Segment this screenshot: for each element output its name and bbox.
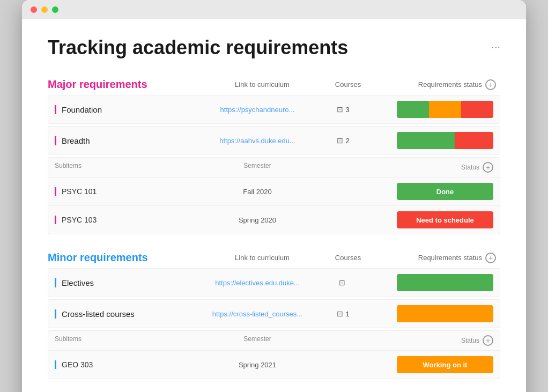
major-subitems: Subitems Semester Status + PSYC 101 Fall…	[48, 157, 500, 234]
foundation-status	[375, 101, 493, 118]
electives-link[interactable]: https://electives.edu.duke...	[215, 279, 300, 287]
subitems-semester-col: Semester	[204, 162, 311, 173]
electives-seg-green	[397, 274, 493, 291]
psyc101-semester: Fall 2020	[204, 188, 311, 196]
major-section-title: Major requirements	[48, 78, 209, 91]
subitems-add-button[interactable]: +	[483, 162, 493, 173]
foundation-status-bar	[397, 101, 493, 118]
major-section-header: Major requirements Link to curriculum Co…	[48, 78, 500, 91]
app-window: Tracking academic requirements ··· Major…	[22, 0, 526, 392]
psyc101-status-cell: Done	[375, 183, 493, 200]
major-row-foundation: Foundation https://psychandneuro... ⊡ 3	[48, 95, 500, 124]
foundation-courses: ⊡ 3	[311, 105, 375, 114]
foundation-link[interactable]: https://psychandneuro...	[220, 106, 295, 114]
close-dot[interactable]	[31, 6, 37, 13]
psyc103-status-btn[interactable]: Need to schedule	[397, 211, 493, 228]
page-content: Tracking academic requirements ··· Major…	[22, 19, 526, 392]
geo303-status-cell: Working on it	[375, 356, 493, 373]
subitem-psyc103: PSYC 103 Spring 2020 Need to schedule	[48, 206, 500, 234]
major-add-button[interactable]: +	[485, 79, 496, 90]
electives-status-bar	[397, 274, 493, 291]
minor-col-status: Requirements status +	[380, 253, 498, 263]
minor-add-button[interactable]: +	[485, 253, 496, 263]
status-seg-red	[461, 101, 493, 118]
cross-link[interactable]: https://cross-listed_courses...	[212, 310, 302, 318]
minor-row-electives: Electives https://electives.edu.duke... …	[48, 268, 500, 297]
psyc103-status-cell: Need to schedule	[375, 211, 493, 228]
foundation-label: Foundation	[55, 105, 204, 114]
minimize-dot[interactable]	[41, 6, 48, 13]
cross-seg-orange	[397, 305, 493, 322]
electives-courses: ⊡	[311, 278, 375, 287]
subitem-geo303: GEO 303 Spring 2021 Working on it	[48, 351, 500, 379]
minor-subitems-semester-col: Semester	[204, 335, 311, 346]
minor-subitems: Subitems Semester Status + GEO 303 Sprin…	[48, 330, 500, 379]
minor-subitems-label-col: Subitems	[55, 335, 204, 346]
major-subitems-header: Subitems Semester Status +	[48, 158, 500, 177]
minor-subitems-header: Subitems Semester Status +	[48, 331, 500, 351]
status-seg-green	[397, 101, 429, 118]
breadth-link[interactable]: https://aahvs.duke.edu...	[219, 137, 295, 145]
electives-courses-icon: ⊡	[339, 278, 345, 287]
subitems-label-col: Subitems	[55, 162, 204, 173]
cross-status-bar	[397, 305, 493, 322]
breadth-courses: ⊡ 2	[311, 136, 375, 145]
breadth-link-cell: https://aahvs.duke.edu...	[204, 136, 311, 145]
geo303-status-btn[interactable]: Working on it	[397, 356, 493, 373]
psyc103-label: PSYC 103	[55, 216, 204, 224]
cross-label: Cross-listed courses	[55, 309, 204, 319]
minor-col-link: Link to curriculum	[209, 254, 316, 262]
minor-section-header: Minor requirements Link to curriculum Co…	[48, 252, 500, 264]
subitems-status-col: Status +	[375, 162, 493, 173]
more-icon[interactable]: ···	[491, 41, 500, 53]
breadth-label: Breadth	[55, 136, 204, 145]
page-title: Tracking academic requirements	[48, 36, 348, 59]
minor-col-courses: Courses	[316, 254, 380, 262]
major-col-link: Link to curriculum	[209, 80, 316, 88]
electives-label: Electives	[55, 278, 204, 287]
electives-link-cell: https://electives.edu.duke...	[204, 278, 311, 287]
cross-status	[375, 305, 493, 322]
minor-row-cross: Cross-listed courses https://cross-liste…	[48, 299, 500, 328]
breadth-seg-red	[455, 132, 493, 149]
cross-courses-icon: ⊡	[337, 309, 343, 318]
psyc101-label: PSYC 101	[55, 187, 204, 196]
psyc103-semester: Spring 2020	[204, 216, 311, 224]
major-col-courses: Courses	[316, 80, 380, 88]
maximize-dot[interactable]	[52, 6, 58, 13]
titlebar	[22, 0, 526, 19]
status-seg-orange	[429, 101, 461, 118]
breadth-seg-green	[397, 132, 455, 149]
electives-status	[375, 274, 493, 291]
breadth-status	[375, 132, 493, 149]
major-section: Major requirements Link to curriculum Co…	[48, 78, 500, 234]
cross-courses: ⊡ 1	[311, 309, 375, 318]
psyc101-status-btn[interactable]: Done	[397, 183, 493, 200]
geo303-label: GEO 303	[55, 360, 204, 369]
courses-icon-2: ⊡	[337, 136, 343, 145]
courses-icon: ⊡	[337, 105, 343, 114]
major-row-breadth: Breadth https://aahvs.duke.edu... ⊡ 2	[48, 126, 500, 155]
minor-section-title: Minor requirements	[48, 252, 209, 264]
subitem-psyc101: PSYC 101 Fall 2020 Done	[48, 177, 500, 206]
major-col-status: Requirements status +	[380, 79, 498, 90]
minor-section: Minor requirements Link to curriculum Co…	[48, 252, 500, 379]
geo303-semester: Spring 2021	[204, 361, 311, 369]
minor-subitems-add-button[interactable]: +	[483, 335, 493, 346]
breadth-status-bar	[397, 132, 493, 149]
foundation-link-cell: https://psychandneuro...	[204, 105, 311, 114]
minor-subitems-status-col: Status +	[375, 335, 493, 346]
cross-link-cell: https://cross-listed_courses...	[204, 309, 311, 319]
